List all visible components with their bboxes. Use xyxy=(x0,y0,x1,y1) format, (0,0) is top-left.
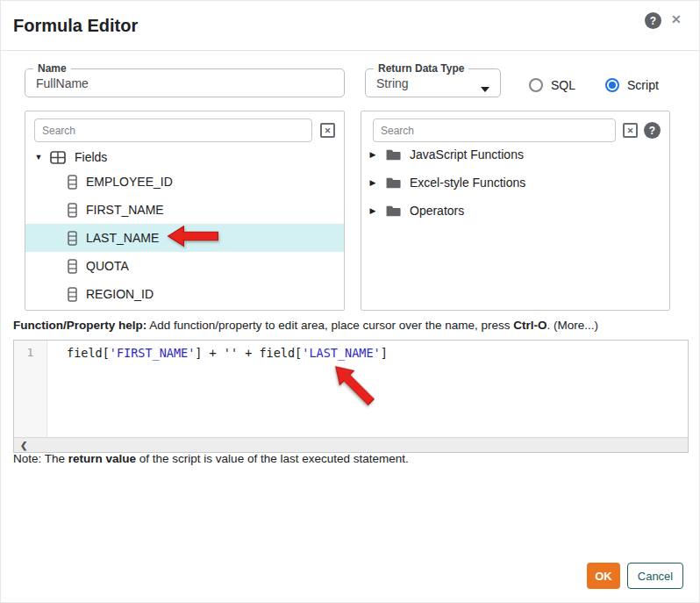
folder-icon xyxy=(385,176,401,189)
tree-node-fields-label: Fields xyxy=(75,150,107,164)
column-icon xyxy=(68,259,77,274)
radio-script[interactable]: Script xyxy=(605,78,659,92)
field-item-label: LAST_NAME xyxy=(86,231,159,245)
return-type-label: Return Data Type xyxy=(374,62,468,75)
field-item-label: REGION_ID xyxy=(86,287,154,301)
field-item-label: QUOTA xyxy=(86,259,129,273)
help-icon[interactable]: ? xyxy=(645,12,661,29)
folder-javascript-functions[interactable]: ▶ JavaScript Functions xyxy=(361,141,669,168)
column-icon xyxy=(68,287,77,302)
editor-horizontal-scrollbar[interactable]: ❮ xyxy=(14,437,688,452)
close-icon[interactable]: ✕ xyxy=(671,12,682,26)
caret-down-icon[interactable]: ▼ xyxy=(32,153,45,162)
fields-search-clear-icon[interactable]: ✕ xyxy=(320,123,335,138)
functions-panel: ✕ ? ▶ JavaScript Functions ▶ Excel-style… xyxy=(361,111,670,311)
radio-sql-label: SQL xyxy=(551,78,575,92)
folder-operators[interactable]: ▶ Operators xyxy=(361,197,669,224)
caret-right-icon[interactable]: ▶ xyxy=(367,150,379,159)
fields-search-input[interactable] xyxy=(34,118,312,142)
field-item-employee-id[interactable]: EMPLOYEE_ID xyxy=(25,168,344,196)
folder-icon xyxy=(385,148,401,161)
column-icon xyxy=(68,231,77,246)
functions-search-clear-icon[interactable]: ✕ xyxy=(623,123,638,138)
radio-script-label: Script xyxy=(627,78,659,92)
chevron-down-icon[interactable] xyxy=(481,87,489,92)
mode-radio-group: SQL Script xyxy=(529,78,659,92)
functions-search-input[interactable] xyxy=(373,118,616,142)
folder-excel-style-functions[interactable]: ▶ Excel-style Functions xyxy=(361,169,669,196)
folder-label: JavaScript Functions xyxy=(410,147,524,162)
field-item-label: EMPLOYEE_ID xyxy=(86,175,173,189)
column-icon xyxy=(68,175,77,190)
annotation-arrow-last-name-field xyxy=(158,225,228,248)
cancel-button[interactable]: Cancel xyxy=(627,563,683,589)
radio-script-circle-icon[interactable] xyxy=(605,78,619,92)
help-text-bold: Function/Property help: xyxy=(13,319,146,332)
functions-help-icon[interactable]: ? xyxy=(644,122,661,139)
header-divider xyxy=(1,50,700,51)
field-item-quota[interactable]: QUOTA xyxy=(25,252,344,280)
column-icon xyxy=(68,203,77,218)
scroll-left-icon[interactable]: ❮ xyxy=(20,441,27,450)
field-item-first-name[interactable]: FIRST_NAME xyxy=(25,196,344,224)
caret-right-icon[interactable]: ▶ xyxy=(367,178,379,187)
return-type-dropdown[interactable]: Return Data Type String xyxy=(365,62,501,97)
ctrl-o-shortcut: Ctrl-O xyxy=(513,319,546,332)
field-item-label: FIRST_NAME xyxy=(86,203,164,217)
function-property-help-text: Function/Property help: Add function/pro… xyxy=(13,319,598,332)
radio-sql[interactable]: SQL xyxy=(529,78,575,92)
table-icon xyxy=(50,151,66,164)
radio-sql-circle-icon[interactable] xyxy=(529,78,543,92)
formula-editor-dialog: Formula Editor ? ✕ Name FullName Return … xyxy=(0,0,700,603)
name-field-value[interactable]: FullName xyxy=(25,75,344,90)
folder-label: Operators xyxy=(410,204,464,218)
folder-label: Excel-style Functions xyxy=(410,176,525,190)
ok-button[interactable]: OK xyxy=(587,563,620,589)
page-title: Formula Editor xyxy=(13,16,138,36)
line-number: 1 xyxy=(14,346,46,359)
fields-panel: ✕ ▼ Fields EMPLOYEE_ID xyxy=(25,111,345,311)
name-field-label: Name xyxy=(33,62,71,75)
folder-icon xyxy=(385,205,401,217)
note-text: Note: The return value of the script is … xyxy=(13,452,409,465)
name-field[interactable]: Name FullName xyxy=(25,62,345,97)
caret-right-icon[interactable]: ▶ xyxy=(367,206,379,215)
code-string-first-name: 'FIRST_NAME' xyxy=(110,346,196,360)
tree-node-fields[interactable]: ▼ Fields xyxy=(25,147,344,168)
field-item-region-id[interactable]: REGION_ID xyxy=(25,280,344,308)
editor-gutter: 1 xyxy=(14,341,47,437)
